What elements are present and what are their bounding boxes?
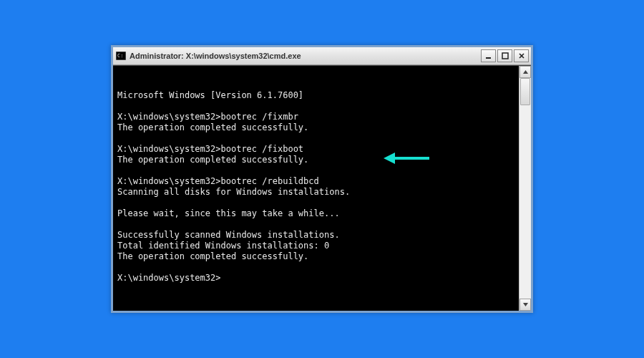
terminal-line xyxy=(117,262,514,273)
terminal-line: The operation completed successfully. xyxy=(117,155,514,165)
terminal-line: Total identified Windows installations: … xyxy=(117,241,514,251)
terminal-line: X:\windows\system32> xyxy=(117,273,514,284)
terminal-line: The operation completed successfully. xyxy=(117,122,514,133)
svg-rect-2 xyxy=(486,57,491,59)
terminal-line xyxy=(117,165,514,176)
terminal-line: X:\windows\system32>bootrec /fixboot xyxy=(117,144,514,155)
terminal-line xyxy=(117,101,514,112)
scroll-down-button[interactable] xyxy=(519,299,531,311)
terminal-line xyxy=(117,198,514,208)
close-button[interactable] xyxy=(514,49,529,62)
svg-rect-3 xyxy=(502,53,508,59)
svg-marker-9 xyxy=(523,303,528,306)
titlebar-controls xyxy=(481,49,529,62)
scroll-up-button[interactable] xyxy=(519,66,531,78)
terminal-line: Successfully scanned Windows installatio… xyxy=(117,230,514,241)
maximize-button[interactable] xyxy=(497,49,512,62)
titlebar[interactable]: C: Administrator: X:\windows\system32\cm… xyxy=(113,47,531,65)
terminal-line: The operation completed successfully. xyxy=(117,251,514,262)
terminal-output[interactable]: Microsoft Windows [Version 6.1.7600] X:\… xyxy=(113,66,519,311)
app-icon: C: xyxy=(115,50,127,62)
terminal-line: Scanning all disks for Windows installat… xyxy=(117,187,514,198)
vertical-scrollbar[interactable] xyxy=(519,66,531,311)
svg-text:C:: C: xyxy=(117,53,123,59)
minimize-button[interactable] xyxy=(481,49,496,62)
terminal-line: X:\windows\system32>bootrec /fixmbr xyxy=(117,112,514,122)
terminal-line xyxy=(117,219,514,230)
scroll-thumb[interactable] xyxy=(520,78,530,105)
terminal-line: X:\windows\system32>bootrec /rebuildbcd xyxy=(117,176,514,187)
terminal-line: Microsoft Windows [Version 6.1.7600] xyxy=(117,90,514,101)
terminal-line xyxy=(117,133,514,144)
cmd-window: C: Administrator: X:\windows\system32\cm… xyxy=(111,45,533,313)
scroll-track[interactable] xyxy=(519,78,531,299)
terminal-line: Please wait, since this may take a while… xyxy=(117,208,514,219)
window-title: Administrator: X:\windows\system32\cmd.e… xyxy=(130,52,481,60)
svg-marker-8 xyxy=(523,70,528,74)
terminal-body: Microsoft Windows [Version 6.1.7600] X:\… xyxy=(113,65,531,311)
